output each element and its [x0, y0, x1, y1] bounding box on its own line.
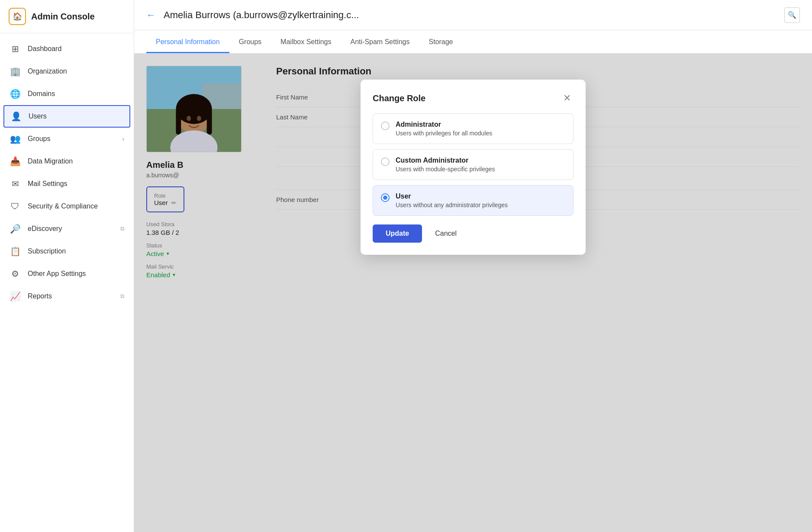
- modal-header: Change Role ✕: [373, 92, 574, 105]
- sidebar-item-label: Mail Settings: [28, 180, 124, 188]
- user-content: User Users without any administrator pri…: [396, 192, 508, 208]
- sidebar-item-label: eDiscovery: [28, 225, 113, 233]
- sidebar-header: 🏠 Admin Console: [0, 0, 134, 33]
- modal-title: Change Role: [373, 93, 425, 103]
- administrator-content: Administrator Users with privileges for …: [396, 121, 492, 137]
- sidebar-item-reports[interactable]: 📈 Reports ⧉: [0, 285, 134, 308]
- sidebar: 🏠 Admin Console ⊞ Dashboard 🏢 Organizati…: [0, 0, 134, 532]
- groups-icon: 👥: [10, 133, 21, 144]
- sidebar-item-label: Groups: [28, 135, 115, 143]
- chevron-right-icon: ›: [122, 135, 124, 142]
- data-migration-icon: 📥: [10, 156, 21, 167]
- sidebar-item-subscription[interactable]: 📋 Subscription: [0, 240, 134, 263]
- sidebar-item-domains[interactable]: 🌐 Domains: [0, 83, 134, 105]
- sidebar-item-dashboard[interactable]: ⊞ Dashboard: [0, 38, 134, 60]
- sidebar-item-label: Other App Settings: [28, 270, 124, 278]
- tab-storage[interactable]: Storage: [419, 30, 462, 53]
- reports-icon: 📈: [10, 291, 21, 302]
- content-area: Amelia B a.burrows@ Role User ✏ Used Sto…: [134, 54, 812, 532]
- search-icon: 🔍: [788, 11, 796, 19]
- role-option-administrator[interactable]: Administrator Users with privileges for …: [373, 113, 574, 144]
- subscription-icon: 📋: [10, 246, 21, 257]
- tab-antispam-settings[interactable]: Anti-Spam Settings: [341, 30, 419, 53]
- modal-overlay: Change Role ✕ Administrator Users with p…: [134, 54, 812, 532]
- radio-user[interactable]: [381, 193, 390, 202]
- tab-mailbox-settings[interactable]: Mailbox Settings: [271, 30, 341, 53]
- sidebar-item-label: Dashboard: [28, 45, 124, 53]
- sidebar-item-other-app[interactable]: ⚙ Other App Settings: [0, 263, 134, 285]
- users-icon: 👤: [10, 111, 22, 122]
- security-icon: 🛡: [10, 201, 21, 212]
- search-button[interactable]: 🔍: [784, 7, 800, 23]
- administrator-name: Administrator: [396, 121, 492, 128]
- update-button[interactable]: Update: [373, 224, 422, 243]
- modal-close-button[interactable]: ✕: [561, 92, 574, 105]
- modal-actions: Update Cancel: [373, 224, 574, 243]
- user-role-desc: Users without any administrator privileg…: [396, 202, 508, 208]
- sidebar-item-label: Reports: [28, 292, 113, 300]
- sidebar-item-groups[interactable]: 👥 Groups ›: [0, 128, 134, 150]
- tabs-bar: Personal Information Groups Mailbox Sett…: [134, 30, 812, 54]
- external-link-icon: ⧉: [120, 225, 124, 232]
- ediscovery-icon: 🔎: [10, 223, 21, 234]
- topbar: ← Amelia Burrows (a.burrows@zylkertraini…: [134, 0, 812, 30]
- external-link-icon: ⧉: [120, 293, 124, 300]
- radio-custom-administrator[interactable]: [381, 157, 390, 166]
- custom-administrator-name: Custom Administrator: [396, 157, 495, 164]
- custom-administrator-content: Custom Administrator Users with module-s…: [396, 157, 495, 173]
- main-content: ← Amelia Burrows (a.burrows@zylkertraini…: [134, 0, 812, 532]
- page-title: Amelia Burrows (a.burrows@zylkertraining…: [164, 10, 778, 21]
- sidebar-item-label: Security & Compliance: [28, 202, 124, 210]
- change-role-modal: Change Role ✕ Administrator Users with p…: [361, 80, 586, 255]
- cancel-button[interactable]: Cancel: [428, 225, 464, 242]
- role-option-custom-administrator[interactable]: Custom Administrator Users with module-s…: [373, 149, 574, 180]
- logo-icon: 🏠: [13, 12, 22, 21]
- sidebar-item-users[interactable]: 👤 Users: [3, 105, 130, 128]
- back-button[interactable]: ←: [146, 10, 156, 21]
- sidebar-item-label: Domains: [28, 90, 124, 98]
- sidebar-item-data-migration[interactable]: 📥 Data Migration: [0, 150, 134, 173]
- dashboard-icon: ⊞: [10, 43, 21, 54]
- radio-administrator[interactable]: [381, 122, 390, 130]
- role-option-user[interactable]: User Users without any administrator pri…: [373, 185, 574, 216]
- other-app-icon: ⚙: [10, 268, 21, 279]
- user-role-name: User: [396, 192, 508, 200]
- custom-administrator-desc: Users with module-specific privileges: [396, 166, 495, 173]
- sidebar-item-label: Users: [29, 112, 123, 120]
- sidebar-item-security[interactable]: 🛡 Security & Compliance: [0, 195, 134, 218]
- administrator-desc: Users with privileges for all modules: [396, 130, 492, 137]
- domains-icon: 🌐: [10, 88, 21, 99]
- tab-groups[interactable]: Groups: [229, 30, 271, 53]
- tab-personal-information[interactable]: Personal Information: [146, 30, 229, 53]
- app-title: Admin Console: [31, 12, 95, 22]
- sidebar-item-label: Organization: [28, 67, 124, 75]
- sidebar-item-organization[interactable]: 🏢 Organization: [0, 60, 134, 83]
- organization-icon: 🏢: [10, 66, 21, 77]
- mail-settings-icon: ✉: [10, 178, 21, 189]
- sidebar-item-label: Subscription: [28, 247, 124, 255]
- sidebar-item-label: Data Migration: [28, 157, 124, 165]
- sidebar-nav: ⊞ Dashboard 🏢 Organization 🌐 Domains 👤 U…: [0, 33, 134, 532]
- app-logo: 🏠: [9, 8, 26, 25]
- sidebar-item-ediscovery[interactable]: 🔎 eDiscovery ⧉: [0, 218, 134, 240]
- sidebar-item-mail-settings[interactable]: ✉ Mail Settings: [0, 173, 134, 195]
